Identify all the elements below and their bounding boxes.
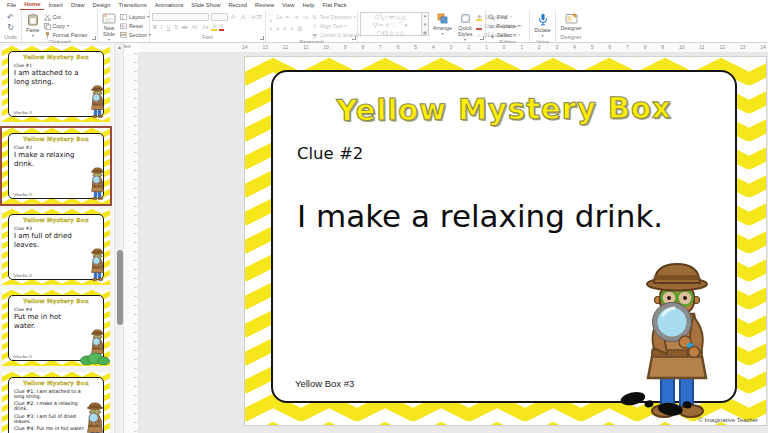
decrease-indent-icon[interactable]: ⇤ [285,14,291,20]
tab-insert[interactable]: Insert [44,1,67,10]
find-icon [488,14,495,21]
thumbnail-panel-scrollbar[interactable]: ▲ [114,43,124,433]
gallery-down-icon[interactable]: ▼ [423,22,427,27]
text-direction-button[interactable]: ⇅ Text Direction ▾ [311,13,361,21]
group-paragraph: ⁝≡ 1≡ ⇤ ⇥ ↕≡ ≡ ≡ ≡ ≡ ▥ [266,10,358,42]
ruler-number: 8 [644,44,647,50]
bullets-icon[interactable]: ⁝≡ [268,11,273,23]
vertical-ruler[interactable] [125,53,139,433]
redo-icon[interactable]: ↻ [2,23,19,32]
tab-help[interactable]: Help [299,1,319,10]
group-editing: Find ⇄ Replace ▾ Select ▾ Editing [486,10,530,42]
section-button[interactable]: Section ▾ [120,31,151,39]
tab-review[interactable]: Review [251,1,278,10]
dialog-launcher-icon[interactable] [260,36,264,40]
ribbon-tab-strip: File Home Insert Draw Design Transitions… [0,0,768,10]
dialog-launcher-icon[interactable] [92,36,96,40]
slide-editing-canvas[interactable]: Yellow Mystery Box Clue #2 I make a rela… [139,53,768,433]
layout-button[interactable]: Layout ▾ [120,13,151,21]
undo-icon[interactable]: ↶ [2,13,19,22]
thumbnail-clue-label: Clue #1 [14,63,103,68]
copy-button[interactable]: Copy ▾ [44,22,88,30]
align-left-icon[interactable]: ≡ [268,25,273,31]
shape-gallery[interactable]: □╲○▭◇△ ▽⇨☆♡⌒◐ ◠{}☆○◇ ▲ ▼ ▦ [360,12,429,36]
slide-thumbnail-5[interactable]: Yellow Mystery Box Clue #1: I am attache… [2,372,110,433]
footprints-clipart[interactable] [613,387,701,419]
increase-font-size-icon[interactable]: A↑ [230,14,238,20]
align-center-icon[interactable]: ≡ [275,25,280,31]
align-text-button[interactable]: ⇳ Align Text ▾ [311,22,361,30]
clue-label-textbox[interactable]: Clue #2 [297,144,363,163]
slide-title[interactable]: Yellow Mystery Box [273,90,735,128]
cut-button[interactable]: Cut [44,13,88,21]
increase-indent-icon[interactable]: ⇥ [293,14,299,20]
clue-text-textbox[interactable]: I make a relaxing drink. [297,194,687,239]
tab-file[interactable]: File [3,1,20,10]
ruler-number: 2 [467,44,470,50]
arrange-button[interactable]: Arrange ▾ [431,12,454,37]
align-text-icon: ⇳ [311,23,317,29]
gallery-up-icon[interactable]: ▲ [423,13,427,18]
slide-thumbnail-2-selected[interactable]: Yellow Mystery Box Clue #2 I make a rela… [2,128,110,204]
dictate-button[interactable]: Dictate ▾ [532,12,553,39]
dropdown-caret-icon: ▾ [464,38,466,42]
thumbnail-footer: Yellow Box #3 [13,111,32,115]
change-case-button[interactable]: Aa [201,24,209,30]
dialog-launcher-icon[interactable] [480,36,484,40]
clear-formatting-icon[interactable]: A⌫ [250,14,263,20]
strikethrough-button[interactable]: ab [181,24,189,30]
replace-button[interactable]: ⇄ Replace ▾ [488,22,527,30]
columns-icon[interactable]: ▥ [296,25,303,31]
paste-button[interactable]: Paste ▾ [24,12,42,39]
line-spacing-icon[interactable]: ↕≡ [302,14,310,20]
quick-styles-button[interactable]: Quick Styles ▾ [456,12,474,43]
tab-view[interactable]: View [278,1,298,10]
underline-button[interactable]: U [165,24,171,30]
tab-design[interactable]: Design [88,1,114,10]
new-slide-button[interactable]: New Slide ▾ [100,12,118,43]
ruler-number: 5 [414,44,417,50]
tab-animations[interactable]: Animations [151,1,188,10]
slide-thumbnail-3[interactable]: Yellow Mystery Box Clue #3 I am full of … [2,209,110,285]
scrollbar-thumb[interactable] [117,250,123,325]
slide-thumbnail-1[interactable]: Yellow Mystery Box Clue #1 I am attached… [2,46,110,122]
ruler-number: 6 [397,44,400,50]
designer-button[interactable]: Designer [558,12,584,32]
align-right-icon[interactable]: ≡ [282,25,287,31]
italic-button[interactable]: I [160,24,164,30]
justify-icon[interactable]: ≡ [289,25,294,31]
tab-home[interactable]: Home [20,0,44,10]
shape-gallery-shapes[interactable]: □╲○▭◇△ ▽⇨☆♡⌒◐ ◠{}☆○◇ [360,12,422,36]
font-name-combobox[interactable] [152,13,209,21]
highlight-color-button[interactable]: A [211,23,216,31]
decrease-font-size-icon[interactable]: A↓ [240,14,248,20]
format-painter-button[interactable]: Format Painter [44,31,88,39]
horizontal-ruler[interactable]: 141312111098765432101234567891011121314 [139,43,768,53]
reset-button[interactable]: Reset [120,22,151,30]
slide-footer-textbox[interactable]: Yellow Box #3 [295,378,354,389]
tab-transitions[interactable]: Transitions [115,1,151,10]
copy-icon [44,23,51,30]
slide-thumbnail-4[interactable]: Yellow Mystery Box Clue #4 Put me in hot… [2,290,110,366]
group-undo: ↶ ↻ Undo [0,10,22,42]
tab-flat-pack[interactable]: Flat Pack [318,1,350,10]
find-button[interactable]: Find [488,13,527,21]
text-shadow-button[interactable]: S [173,24,178,30]
numbering-icon[interactable]: 1≡ [275,14,283,20]
bold-button[interactable]: B [152,24,158,30]
character-spacing-button[interactable]: AV [190,24,199,30]
dropdown-caret-icon: ▾ [541,34,543,38]
tab-draw[interactable]: Draw [67,1,89,10]
tab-slide-show[interactable]: Slide Show [187,1,224,10]
current-slide[interactable]: Yellow Mystery Box Clue #2 I make a rela… [245,57,766,425]
ruler-number: 10 [323,44,329,50]
dropdown-caret-icon: ▾ [147,15,149,19]
font-color-button[interactable]: A [219,23,224,31]
dialog-launcher-icon[interactable] [352,36,356,40]
font-size-combobox[interactable] [211,13,229,21]
tab-record[interactable]: Record [224,1,251,10]
scroll-up-icon[interactable]: ▲ [117,44,122,50]
select-button[interactable]: Select ▾ [488,31,527,39]
gallery-more-icon[interactable]: ▦ [423,30,427,35]
ruler-number: 2 [538,44,541,50]
